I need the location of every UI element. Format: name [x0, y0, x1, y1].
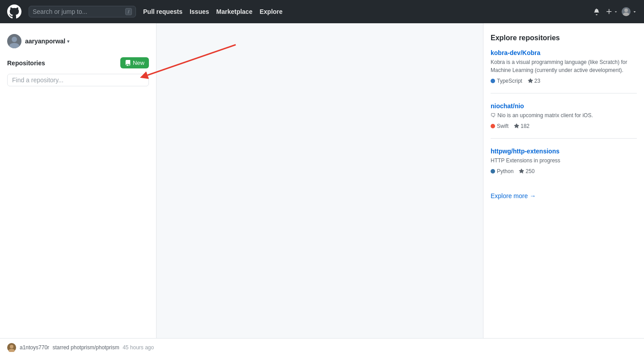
lang-label-1: Swift	[497, 123, 508, 129]
nav-issues[interactable]: Issues	[190, 8, 209, 15]
nav-actions	[591, 6, 637, 17]
explore-repo-card: kobra-dev/Kobra Kobra is a visual progra…	[491, 49, 637, 93]
svg-point-2	[12, 37, 17, 42]
svg-point-3	[9, 43, 19, 48]
user-avatar	[7, 34, 21, 48]
main-layout: aaryanporwal ▾ Repositories New Explore …	[0, 23, 644, 356]
user-avatar-nav	[622, 7, 631, 16]
explore-repo-meta-2: Python 250	[491, 168, 637, 174]
chevron-down-icon: ▾	[67, 39, 69, 44]
explore-repo-name-0[interactable]: kobra-dev/Kobra	[491, 49, 637, 56]
svg-point-0	[624, 8, 628, 12]
explore-repo-desc-1: 🗨 Nio is an upcoming matrix client for i…	[491, 111, 637, 119]
activity-text: a1ntoys770r starred photprism/photprism …	[20, 344, 154, 351]
repo-search-input[interactable]	[7, 74, 149, 86]
search-bar[interactable]: /	[29, 6, 136, 17]
nav-pull-requests[interactable]: Pull requests	[143, 8, 182, 15]
bottom-activity-bar: a1ntoys770r starred photprism/photprism …	[0, 338, 644, 356]
svg-point-6	[10, 345, 13, 348]
search-input[interactable]	[33, 8, 122, 15]
lang-item-1: Swift	[491, 123, 508, 129]
search-shortcut: /	[125, 8, 132, 15]
nav-explore[interactable]: Explore	[259, 8, 282, 15]
repos-header: Repositories New	[7, 57, 149, 68]
navbar: / Pull requests Issues Marketplace Explo…	[0, 0, 644, 23]
new-repo-button[interactable]: New	[120, 57, 149, 68]
star-item-1: 182	[514, 123, 530, 129]
explore-more-link[interactable]: Explore more →	[491, 192, 637, 199]
repos-title: Repositories	[7, 59, 45, 67]
svg-point-7	[8, 349, 15, 352]
user-header: aaryanporwal ▾	[7, 34, 149, 48]
lang-item-0: TypeScript	[491, 78, 522, 84]
lang-label-2: Python	[497, 168, 513, 174]
svg-point-1	[623, 13, 629, 16]
explore-repo-name-1[interactable]: niochat/nio	[491, 102, 637, 110]
explore-repo-meta-0: TypeScript 23	[491, 78, 637, 84]
lang-dot-1	[491, 124, 495, 128]
nav-marketplace[interactable]: Marketplace	[216, 8, 253, 15]
sidebar: aaryanporwal ▾ Repositories New	[0, 23, 157, 356]
explore-sidebar: Explore repositories kobra-dev/Kobra Kob…	[483, 23, 644, 356]
star-count-0: 23	[534, 78, 540, 84]
explore-repo-meta-1: Swift 182	[491, 123, 637, 129]
star-item-2: 250	[519, 168, 534, 174]
explore-title: Explore repositories	[491, 34, 637, 42]
lang-item-2: Python	[491, 168, 513, 174]
star-count-2: 250	[525, 168, 534, 174]
create-button[interactable]	[606, 8, 618, 15]
main-content	[157, 23, 483, 356]
lang-label-0: TypeScript	[497, 78, 522, 84]
github-logo[interactable]	[7, 4, 21, 19]
star-item-0: 23	[528, 78, 540, 84]
user-menu-button[interactable]	[622, 7, 637, 16]
star-count-1: 182	[521, 123, 530, 129]
activity-user-avatar	[7, 343, 16, 352]
lang-dot-2	[491, 169, 495, 174]
user-name[interactable]: aaryanporwal ▾	[25, 38, 69, 45]
lang-dot-0	[491, 79, 495, 83]
explore-repo-desc-0: Kobra is a visual programming language (…	[491, 58, 637, 74]
explore-repo-card-1: niochat/nio 🗨 Nio is an upcoming matrix …	[491, 102, 637, 139]
nav-links: Pull requests Issues Marketplace Explore	[143, 8, 584, 15]
notifications-button[interactable]	[591, 6, 602, 17]
explore-repo-desc-2: HTTP Extensions in progress	[491, 157, 637, 165]
explore-repo-card-2: httpwg/http-extensions HTTP Extensions i…	[491, 148, 637, 183]
explore-repo-name-2[interactable]: httpwg/http-extensions	[491, 148, 637, 155]
